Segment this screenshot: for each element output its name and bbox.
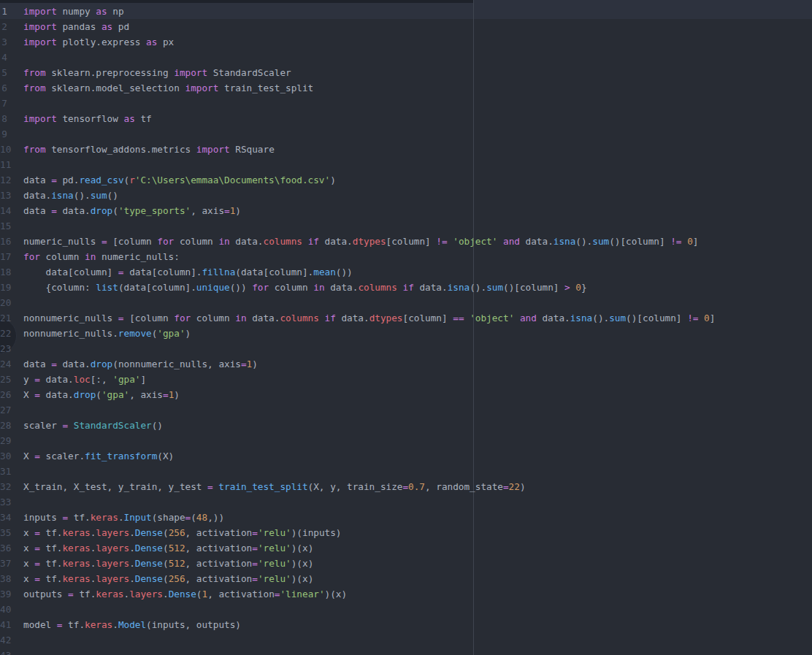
line-number[interactable]: 16: [0, 234, 23, 249]
code-line-text: from tensorflow_addons.metrics import RS…: [23, 142, 275, 157]
line-number[interactable]: 25: [0, 372, 23, 387]
code-line[interactable]: 17for column in numeric_nulls:: [0, 249, 812, 264]
code-line[interactable]: 1import numpy as np: [0, 4, 812, 19]
code-line[interactable]: 35x = tf.keras.layers.Dense(256, activat…: [0, 525, 812, 540]
code-line-text: import plotly.express as px: [23, 34, 174, 50]
line-number[interactable]: 34: [0, 510, 23, 525]
line-number[interactable]: 43: [0, 648, 23, 655]
code-line[interactable]: 36x = tf.keras.layers.Dense(512, activat…: [0, 540, 812, 556]
code-line-text: x = tf.keras.layers.Dense(256, activatio…: [23, 525, 341, 540]
code-line[interactable]: 23: [0, 341, 812, 356]
line-number[interactable]: 36: [0, 540, 23, 556]
line-number[interactable]: 8: [0, 111, 23, 126]
line-number[interactable]: 32: [0, 479, 23, 494]
code-line[interactable]: 15: [0, 218, 812, 234]
code-line[interactable]: 3import plotly.express as px: [0, 34, 812, 50]
code-line[interactable]: 21nonnumeric_nulls = [column for column …: [0, 310, 812, 326]
line-number[interactable]: 28: [0, 418, 23, 433]
line-number[interactable]: 31: [0, 464, 23, 479]
line-number[interactable]: 17: [0, 249, 23, 264]
line-number[interactable]: 21: [0, 310, 23, 326]
line-number[interactable]: 38: [0, 571, 23, 586]
line-number[interactable]: 2: [0, 19, 23, 34]
line-number[interactable]: 40: [0, 602, 23, 617]
line-number[interactable]: 9: [0, 126, 23, 142]
code-line[interactable]: 42: [0, 632, 812, 648]
line-number[interactable]: 22: [0, 326, 23, 341]
code-line[interactable]: 12data = pd.read_csv(r'C:\Users\emmaa\Do…: [0, 172, 812, 188]
code-line[interactable]: 43: [0, 648, 812, 655]
code-area[interactable]: 1import numpy as np2import pandas as pd3…: [0, 0, 812, 655]
code-line[interactable]: 27: [0, 402, 812, 418]
code-line[interactable]: 33: [0, 494, 812, 510]
line-number[interactable]: 15: [0, 218, 23, 234]
code-line[interactable]: 9: [0, 126, 812, 142]
line-number[interactable]: 26: [0, 387, 23, 402]
line-number[interactable]: 23: [0, 341, 23, 356]
line-number[interactable]: 42: [0, 632, 23, 648]
code-line[interactable]: 30X = scaler.fit_transform(X): [0, 448, 812, 464]
code-line-text: outputs = tf.keras.layers.Dense(1, activ…: [23, 586, 347, 602]
code-line[interactable]: 16numeric_nulls = [column for column in …: [0, 234, 812, 249]
line-number[interactable]: 3: [0, 34, 23, 50]
code-line-text: numeric_nulls = [column for column in da…: [23, 234, 698, 249]
line-number[interactable]: 18: [0, 264, 23, 280]
line-number[interactable]: 37: [0, 556, 23, 571]
code-line[interactable]: 34inputs = tf.keras.Input(shape=(48,)): [0, 510, 812, 525]
line-number[interactable]: 5: [0, 65, 23, 80]
code-line[interactable]: 22nonnumeric_nulls.remove('gpa'): [0, 326, 812, 341]
code-line[interactable]: 26X = data.drop('gpa', axis=1): [0, 387, 812, 402]
code-line[interactable]: 32X_train, X_test, y_train, y_test = tra…: [0, 479, 812, 494]
code-line[interactable]: 8import tensorflow as tf: [0, 111, 812, 126]
line-number[interactable]: 6: [0, 80, 23, 96]
code-line[interactable]: 28scaler = StandardScaler(): [0, 418, 812, 433]
code-line[interactable]: 11: [0, 157, 812, 172]
code-line[interactable]: 13data.isna().sum(): [0, 188, 812, 203]
code-line[interactable]: 31: [0, 464, 812, 479]
line-number[interactable]: 7: [0, 96, 23, 111]
code-line-text: data = pd.read_csv(r'C:\Users\emmaa\Docu…: [23, 172, 336, 188]
code-line[interactable]: 40: [0, 602, 812, 617]
code-line-text: data = data.drop('type_sports', axis=1): [23, 203, 241, 218]
code-line[interactable]: 41model = tf.keras.Model(inputs, outputs…: [0, 617, 812, 632]
code-line[interactable]: 18 data[column] = data[column].fillna(da…: [0, 264, 812, 280]
line-number[interactable]: 35: [0, 525, 23, 540]
code-line[interactable]: 10from tensorflow_addons.metrics import …: [0, 142, 812, 157]
code-line[interactable]: 25y = data.loc[:, 'gpa']: [0, 372, 812, 387]
code-editor[interactable]: 1import numpy as np2import pandas as pd3…: [0, 0, 812, 655]
code-line[interactable]: 5from sklearn.preprocessing import Stand…: [0, 65, 812, 80]
line-number[interactable]: 29: [0, 433, 23, 448]
line-number[interactable]: 20: [0, 295, 23, 310]
code-line[interactable]: 14data = data.drop('type_sports', axis=1…: [0, 203, 812, 218]
line-number[interactable]: 41: [0, 617, 23, 632]
line-number[interactable]: 30: [0, 448, 23, 464]
line-number[interactable]: 1: [0, 4, 23, 19]
code-line[interactable]: 39outputs = tf.keras.layers.Dense(1, act…: [0, 586, 812, 602]
line-number[interactable]: 13: [0, 188, 23, 203]
code-line[interactable]: 2import pandas as pd: [0, 19, 812, 34]
code-line-text: x = tf.keras.layers.Dense(256, activatio…: [23, 571, 313, 586]
line-number[interactable]: 14: [0, 203, 23, 218]
code-line-text: inputs = tf.keras.Input(shape=(48,)): [23, 510, 224, 525]
line-number[interactable]: 19: [0, 280, 23, 295]
line-number[interactable]: 33: [0, 494, 23, 510]
code-line[interactable]: 37x = tf.keras.layers.Dense(512, activat…: [0, 556, 812, 571]
code-line-text: nonnumeric_nulls.remove('gpa'): [23, 326, 191, 341]
code-line[interactable]: 20: [0, 295, 812, 310]
code-line[interactable]: 4: [0, 50, 812, 65]
code-line[interactable]: 24data = data.drop(nonnumeric_nulls, axi…: [0, 356, 812, 372]
code-line[interactable]: 6from sklearn.model_selection import tra…: [0, 80, 812, 96]
line-number[interactable]: 4: [0, 50, 23, 65]
code-line[interactable]: 29: [0, 433, 812, 448]
code-line-text: data[column] = data[column].fillna(data[…: [23, 264, 353, 280]
line-number[interactable]: 10: [0, 142, 23, 157]
line-number[interactable]: 27: [0, 402, 23, 418]
code-line[interactable]: 19 {column: list(data[column].unique()) …: [0, 280, 812, 295]
line-number[interactable]: 39: [0, 586, 23, 602]
line-number[interactable]: 24: [0, 356, 23, 372]
line-number[interactable]: 11: [0, 157, 23, 172]
code-line-text: x = tf.keras.layers.Dense(512, activatio…: [23, 556, 313, 571]
code-line[interactable]: 38x = tf.keras.layers.Dense(256, activat…: [0, 571, 812, 586]
line-number[interactable]: 12: [0, 172, 23, 188]
code-line[interactable]: 7: [0, 96, 812, 111]
